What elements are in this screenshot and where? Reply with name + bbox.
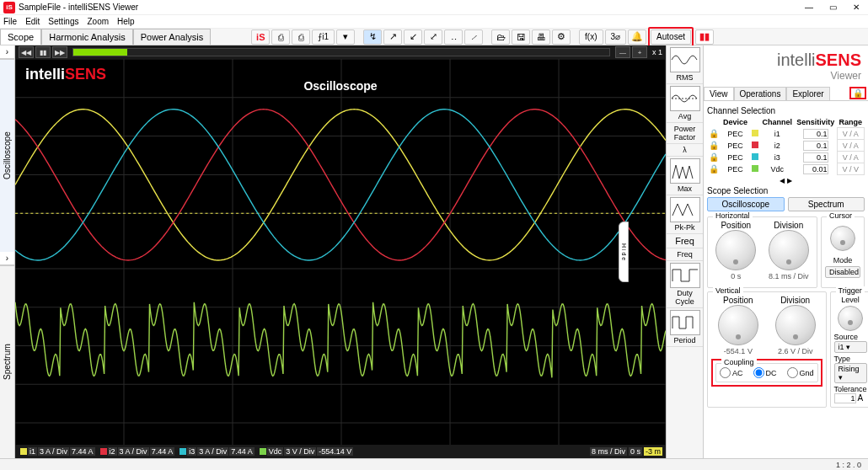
lock-icon[interactable]: 🔒 [853, 88, 863, 98]
chevron-right-icon[interactable]: › [0, 252, 14, 265]
brand-logo: intelliSENS Viewer [704, 45, 868, 87]
minimize-button[interactable]: — [801, 3, 817, 12]
channel-row[interactable]: 🔒PECi1V / A [707, 128, 865, 140]
menubar: File Edit Settings Zoom Help [0, 15, 868, 29]
vtab-spectrum[interactable]: Spectrum [0, 265, 14, 458]
marker-icon[interactable]: ⎙ [271, 29, 290, 45]
tab-power[interactable]: Power Analysis [133, 29, 212, 45]
meas-period[interactable]: Period [667, 308, 703, 347]
fx-button[interactable]: f(x) [579, 29, 603, 45]
close-button[interactable]: ✕ [848, 3, 865, 12]
capture-progress[interactable] [72, 48, 610, 56]
cursor1-icon[interactable]: ↯ [363, 29, 382, 45]
meas-avg[interactable]: Avg [667, 84, 703, 123]
alarm-icon[interactable]: 🔔 [628, 29, 646, 45]
tab-scope[interactable]: Scope [0, 29, 41, 45]
ch-i3[interactable]: i33 A / Div7.44 A [178, 446, 256, 457]
cursor4-icon[interactable]: ⤢ [424, 29, 442, 45]
meas-rms[interactable]: RMS [667, 45, 703, 84]
autoset-button[interactable]: Autoset [651, 29, 691, 45]
menu-file[interactable]: File [3, 17, 17, 26]
zoom-in-icon[interactable]: + [632, 46, 647, 58]
ch-i1[interactable]: i13 A / Div7.44 A [19, 446, 97, 457]
fi-button[interactable]: ⨍i1 [312, 29, 335, 45]
pause-icon[interactable]: ▮▮ [35, 46, 51, 58]
marker2-icon[interactable]: ⎙ [292, 29, 310, 45]
vert-pos-knob[interactable] [718, 305, 758, 345]
cursor-knob[interactable] [830, 226, 855, 251]
meas-freq[interactable]: Freq [667, 248, 703, 261]
coupling-gnd[interactable]: Gnd [787, 367, 814, 378]
threephase-button[interactable]: 3⌀ [605, 29, 627, 45]
trigger-source[interactable]: i1 ▾ [834, 341, 867, 353]
chevron-right-icon[interactable]: › [0, 45, 14, 59]
channel-row[interactable]: 🔒PECi2V / A [707, 140, 865, 152]
is-icon[interactable]: iS [251, 29, 270, 45]
coupling-ac[interactable]: AC [720, 367, 743, 378]
rp-tab-explorer[interactable]: Explorer [786, 87, 829, 100]
hide-handle[interactable]: H i d e [619, 222, 629, 282]
cursor-title: Cursor [827, 211, 855, 220]
scope-canvas[interactable] [15, 59, 666, 445]
meas-freq-big[interactable]: Freq [667, 234, 703, 248]
horiz-pos-knob[interactable] [715, 230, 756, 270]
scope-sel-osc[interactable]: Oscilloscope [707, 197, 785, 211]
rp-tab-view[interactable]: View [704, 87, 734, 100]
channel-selection-title: Channel Selection [707, 106, 865, 115]
meas-pkpk[interactable]: Pk-Pk [667, 195, 703, 234]
open-icon[interactable]: 🗁 [491, 29, 510, 45]
cursor-mode[interactable]: Disabled [825, 266, 860, 278]
ch-i2[interactable]: i23 A / Div7.44 A [99, 446, 177, 457]
sens-input[interactable] [803, 141, 828, 151]
rewind-icon[interactable]: ◀◀ [19, 46, 34, 58]
gear-icon[interactable]: ⚙ [552, 29, 571, 45]
tab-harmonic[interactable]: Harmonic Analysis [41, 29, 132, 45]
save-icon[interactable]: 🖫 [512, 29, 530, 45]
menu-help[interactable]: Help [117, 17, 135, 26]
channel-row[interactable]: 🔒PECi3V / A [707, 152, 865, 163]
horiz-div-knob[interactable] [769, 230, 809, 270]
menu-settings[interactable]: Settings [48, 17, 78, 26]
meas-pf[interactable]: Power Factor [667, 123, 703, 144]
trigger-type[interactable]: Rising ▾ [834, 363, 867, 383]
meas-duty[interactable]: Duty Cycle [667, 261, 703, 308]
hdiv[interactable]: 8 ms / Div [590, 447, 627, 456]
toolbar: iS ⎙ ⎙ ⨍i1 ▾ ↯ ↗ ↙ ⤢ ‥ ⟋ 🗁 🖫 🖶 ⚙ f(x) 3⌀… [211, 29, 868, 45]
sens-input[interactable] [803, 152, 828, 163]
autoset-highlight: Autoset [648, 27, 694, 47]
sens-input[interactable] [803, 164, 828, 174]
vtab-oscilloscope[interactable]: Oscilloscope [0, 59, 14, 252]
vert-div-knob[interactable] [775, 305, 816, 345]
channel-table: DeviceChannelSensitivityRange 🔒PECi1V / … [707, 117, 865, 175]
cursor5-icon[interactable]: ‥ [444, 29, 463, 45]
scope-sel-spec[interactable]: Spectrum [788, 197, 865, 211]
print-icon[interactable]: 🖶 [532, 29, 550, 45]
hoff[interactable]: -3 m [644, 447, 662, 456]
restore-button[interactable]: ▭ [824, 3, 841, 12]
channel-row[interactable]: 🔒PECVdcV / V [707, 163, 865, 175]
scope-topbar: ◀◀ ▮▮ ▶▶ — + x 1 [15, 45, 666, 59]
zoom-out-icon[interactable]: — [615, 46, 630, 58]
sens-input[interactable] [803, 129, 828, 139]
trigger-knob[interactable] [838, 306, 863, 331]
rp-tab-operations[interactable]: Operations [734, 87, 787, 100]
pause-button[interactable]: ▮▮ [695, 29, 714, 45]
hpos[interactable]: 0 s [629, 447, 642, 456]
channel-scroll[interactable]: ◀ ▶ [707, 177, 865, 184]
ch-vdc[interactable]: Vdc3 V / Div-554.14 V [258, 446, 356, 457]
dropdown-icon[interactable]: ▾ [336, 29, 355, 45]
scope-sel-title: Scope Selection [707, 186, 865, 195]
tabrow: Scope Harmonic Analysis Power Analysis i… [0, 29, 868, 45]
meas-lambda[interactable]: λ [667, 144, 703, 157]
coupling-dc[interactable]: DC [753, 367, 777, 378]
cursor6-icon[interactable]: ⟋ [464, 29, 483, 45]
menu-zoom[interactable]: Zoom [88, 17, 110, 26]
scope-area: ◀◀ ▮▮ ▶▶ — + x 1 intelliSENS Oscilloscop… [15, 45, 666, 458]
meas-max[interactable]: Max [667, 157, 703, 195]
menu-edit[interactable]: Edit [25, 17, 40, 26]
measure-column: RMS Avg Power Factor λ Max Pk-Pk Freq Fr… [666, 45, 703, 458]
cursor2-icon[interactable]: ↗ [383, 29, 402, 45]
forward-icon[interactable]: ▶▶ [52, 46, 67, 58]
cursor3-icon[interactable]: ↙ [404, 29, 422, 45]
tol-input[interactable] [834, 393, 856, 403]
